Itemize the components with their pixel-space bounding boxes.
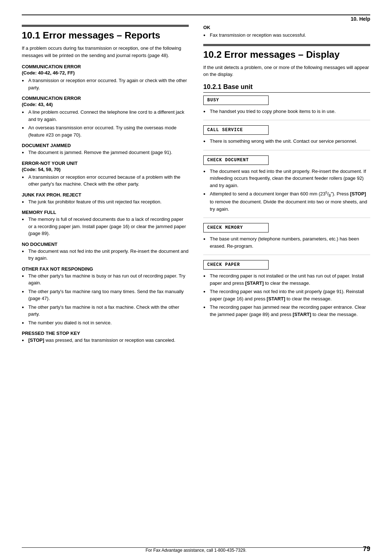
display-check-paper: CHECK PAPER The recording paper is not i… <box>203 260 370 323</box>
error-other-fax: OTHER FAX NOT RESPONDING The other party… <box>22 266 189 327</box>
main-content: 10.1 Error messages – Reports If a probl… <box>22 25 370 348</box>
section1-bar <box>22 25 189 27</box>
ok-section: OK Fax transmission or reception was suc… <box>203 25 370 39</box>
error-heading-6: MEMORY FULL <box>22 210 189 215</box>
error-subheading-4: (Code: 54, 59, 70) <box>22 167 189 172</box>
section1-title: 10.1 Error messages – Reports <box>22 30 189 41</box>
bullet-item: [STOP] was pressed, and fax transmission… <box>22 337 189 344</box>
display-busy: BUSY The handset you tried to copy phone… <box>203 96 370 121</box>
error-heading-2: COMMUNICATION ERROR <box>22 96 189 101</box>
subsection-title: 10.2.1 Base unit <box>203 83 370 93</box>
bullet-item: The number you dialed is not in service. <box>22 319 189 327</box>
error-heading-8: OTHER FAX NOT RESPONDING <box>22 266 189 272</box>
top-rule <box>22 15 370 15</box>
bullet-item: The base unit memory (telephone numbers,… <box>203 235 370 250</box>
error-bullets-8: The other party's fax machine is busy or… <box>22 272 189 327</box>
error-memory-full: MEMORY FULL The memory is full of receiv… <box>22 210 189 237</box>
error-no-document: NO DOCUMENT The document was not fed int… <box>22 242 189 262</box>
error-not-your-unit: ERROR-NOT YOUR UNIT (Code: 54, 59, 70) A… <box>22 161 189 188</box>
error-doc-jammed: DOCUMENT JAMMED The document is jammed. … <box>22 143 189 156</box>
bullet-item: The document was not fed into the unit p… <box>22 248 189 262</box>
error-bullets-5: The junk fax prohibitor feature of this … <box>22 198 189 206</box>
error-heading-4: ERROR-NOT YOUR UNIT <box>22 161 189 166</box>
bullet-item: The document was not fed into the unit p… <box>203 168 370 189</box>
bullet-item: A transmission or reception error occurr… <box>22 174 189 188</box>
error-bullets-9: [STOP] was pressed, and fax transmission… <box>22 337 189 344</box>
busy-bullets: The handset you tried to copy phone book… <box>203 108 370 115</box>
ok-bullets: Fax transmission or reception was succes… <box>203 32 370 39</box>
error-heading-5: JUNK FAX PROH. REJECT <box>22 192 189 198</box>
bullet-item: The recording paper was not fed into the… <box>203 288 370 302</box>
check-memory-bullets: The base unit memory (telephone numbers,… <box>203 235 370 250</box>
check-document-bullets: The document was not fed into the unit p… <box>203 168 370 213</box>
error-bullets-6: The memory is full of received documents… <box>22 216 189 237</box>
error-pressed-stop: PRESSED THE STOP KEY [STOP] was pressed,… <box>22 331 189 344</box>
footer-text: For Fax Advantage assistance, call 1-800… <box>146 548 246 553</box>
right-column: OK Fax transmission or reception was suc… <box>203 25 370 348</box>
bullet-item: The recording paper has jammed near the … <box>203 304 370 318</box>
display-check-memory: CHECK MEMORY The base unit memory (telep… <box>203 223 370 255</box>
error-comm-error-2: COMMUNICATION ERROR (Code: 43, 44) A lin… <box>22 96 189 138</box>
chapter-header: 10. Help <box>22 16 370 22</box>
error-heading-7: NO DOCUMENT <box>22 242 189 247</box>
check-paper-bullets: The recording paper is not installed or … <box>203 272 370 318</box>
error-bullets-2: A line problem occurred. Connect the tel… <box>22 109 189 138</box>
bullet-item: The handset you tried to copy phone book… <box>203 108 370 115</box>
page-number: 79 <box>363 545 370 553</box>
error-heading-9: PRESSED THE STOP KEY <box>22 331 189 336</box>
error-heading-1: COMMUNICATION ERROR <box>22 64 189 69</box>
bullet-item: The other party's fax machine is busy or… <box>22 272 189 287</box>
bullet-item: The memory is full of received documents… <box>22 216 189 237</box>
error-comm-error-1: COMMUNICATION ERROR (Code: 40-42, 46-72,… <box>22 64 189 91</box>
section2-bar <box>203 44 370 46</box>
bullet-item: The other party's fax machine is not a f… <box>22 304 189 318</box>
bullet-item: Fax transmission or reception was succes… <box>203 32 370 39</box>
error-junk-fax: JUNK FAX PROH. REJECT The junk fax prohi… <box>22 192 189 206</box>
display-check-document: CHECK DOCUMENT The document was not fed … <box>203 155 370 218</box>
bullet-item: The junk fax prohibitor feature of this … <box>22 198 189 206</box>
bullet-item: The recording paper is not installed or … <box>203 272 370 287</box>
section2-title: 10.2 Error messages – Display <box>203 49 370 60</box>
display-box-check-memory: CHECK MEMORY <box>203 223 269 232</box>
ok-label: OK <box>203 25 370 30</box>
bullet-item: A transmission or reception error occurr… <box>22 77 189 91</box>
display-box-check-paper: CHECK PAPER <box>203 260 269 270</box>
error-subheading-2: (Code: 43, 44) <box>22 102 189 107</box>
error-bullets-1: A transmission or reception error occurr… <box>22 77 189 91</box>
error-heading-3: DOCUMENT JAMMED <box>22 143 189 148</box>
section2-intro: If the unit detects a problem, one or mo… <box>203 64 370 78</box>
display-box-check-document: CHECK DOCUMENT <box>203 155 269 165</box>
error-bullets-7: The document was not fed into the unit p… <box>22 248 189 262</box>
section1-intro: If a problem occurs during fax transmiss… <box>22 45 189 59</box>
bullet-item: There is something wrong with the unit. … <box>203 138 370 145</box>
bullet-item: An overseas transmission error occurred.… <box>22 124 189 138</box>
call-service-bullets: There is something wrong with the unit. … <box>203 138 370 145</box>
bullet-item: A line problem occurred. Connect the tel… <box>22 109 189 123</box>
bullet-item: The document is jammed. Remove the jamme… <box>22 149 189 156</box>
bullet-item: The other party's fax machine rang too m… <box>22 288 189 302</box>
page: 10. Help 10.1 Error messages – Reports I… <box>0 0 392 555</box>
display-box-busy: BUSY <box>203 96 269 105</box>
bullet-item: Attempted to send a document longer than… <box>203 190 370 212</box>
error-bullets-3: The document is jammed. Remove the jamme… <box>22 149 189 156</box>
display-box-call-service: CALL SERVICE <box>203 125 269 135</box>
error-subheading-1: (Code: 40-42, 46-72, FF) <box>22 70 189 76</box>
left-column: 10.1 Error messages – Reports If a probl… <box>22 25 189 348</box>
error-bullets-4: A transmission or reception error occurr… <box>22 174 189 188</box>
display-call-service: CALL SERVICE There is something wrong wi… <box>203 125 370 150</box>
